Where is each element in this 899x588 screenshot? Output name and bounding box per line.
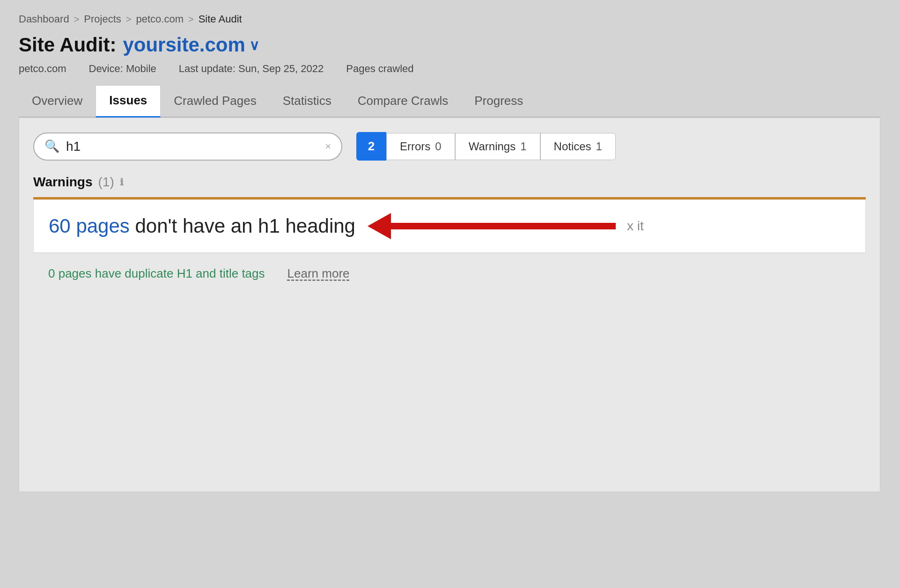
badge-total[interactable]: 2 [356,132,386,161]
warnings-heading: Warnings (1) ℹ [33,175,866,190]
meta-domain: petco.com [19,63,66,75]
search-filter-row: 🔍 × 2 Errors 0 Warnings 1 Notices 1 [33,132,866,161]
page-title-row: Site Audit: yoursite.com ∨ [19,34,880,56]
arrow-line [391,223,616,229]
info-icon[interactable]: ℹ [120,176,124,188]
clear-icon[interactable]: × [325,140,331,153]
errors-count: 0 [435,140,441,153]
site-name: yoursite.com [123,34,245,56]
warning-main-text: 60 pages don't have an h1 heading [49,215,355,237]
meta-device: Device: Mobile [89,63,156,75]
chevron-down-icon: ∨ [249,37,259,53]
warnings-label: Warnings [469,140,516,153]
meta-info: petco.com Device: Mobile Last update: Su… [19,63,880,75]
badge-notices[interactable]: Notices 1 [540,133,616,160]
partial-text: x it [627,219,644,234]
search-input[interactable] [66,139,318,154]
notices-label: Notices [554,140,591,153]
breadcrumb-sep-3: > [188,14,194,25]
red-arrow-icon [368,213,616,239]
breadcrumb-domain[interactable]: petco.com [136,13,184,25]
breadcrumb-projects[interactable]: Projects [84,13,121,25]
tab-crawled-pages[interactable]: Crawled Pages [161,86,269,117]
meta-last-update: Last update: Sun, Sep 25, 2022 [179,63,324,75]
breadcrumb-sep-1: > [74,14,80,25]
tab-overview[interactable]: Overview [19,86,96,117]
warnings-count-display: (1) [98,175,114,190]
breadcrumb-sep-2: > [126,14,132,25]
notices-count: 1 [596,140,602,153]
tab-progress[interactable]: Progress [461,86,536,117]
search-icon: 🔍 [44,139,59,154]
badge-warnings[interactable]: Warnings 1 [455,133,540,160]
tab-compare-crawls[interactable]: Compare Crawls [345,86,462,117]
tabs-bar: Overview Issues Crawled Pages Statistics… [19,85,880,118]
badge-errors[interactable]: Errors 0 [386,133,455,160]
filter-badges: 2 Errors 0 Warnings 1 Notices 1 [356,132,616,161]
breadcrumb-dashboard[interactable]: Dashboard [19,13,69,25]
warning-link[interactable]: 60 pages [49,215,130,237]
red-arrow-container [368,213,616,239]
meta-pages-crawled: Pages crawled [346,63,413,75]
site-link[interactable]: yoursite.com ∨ [123,34,259,56]
warning-text: don't have an h1 heading [130,215,355,237]
tab-issues[interactable]: Issues [96,85,161,118]
errors-label: Errors [400,140,430,153]
breadcrumb-current: Site Audit [199,13,242,25]
learn-more-link[interactable]: Learn more [287,266,350,281]
arrow-head [368,213,391,239]
bottom-row: 0 pages have duplicate H1 and title tags… [33,253,866,294]
tab-statistics[interactable]: Statistics [270,86,345,117]
main-content: 🔍 × 2 Errors 0 Warnings 1 Notices 1 [19,118,880,492]
duplicate-h1-link[interactable]: 0 pages have duplicate H1 and title tags [48,266,265,281]
breadcrumb: Dashboard > Projects > petco.com > Site … [19,13,880,25]
search-box[interactable]: 🔍 × [33,132,342,161]
warnings-count: 1 [520,140,526,153]
page-title-label: Site Audit: [19,34,116,56]
warning-row: 60 pages don't have an h1 heading x it [33,199,866,253]
warnings-heading-text: Warnings [33,175,93,190]
